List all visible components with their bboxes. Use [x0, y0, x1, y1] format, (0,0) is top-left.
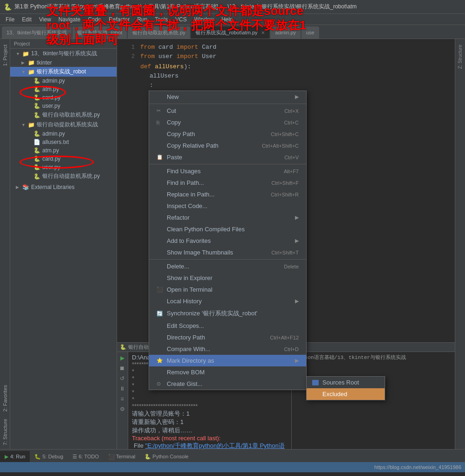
ctx-compare-with[interactable]: Compare With... Ctrl+D	[149, 343, 306, 355]
menu-window[interactable]: Window	[190, 15, 218, 24]
bottom-tab-run[interactable]: ▶ 4: Run	[0, 451, 30, 462]
ctx-remove-bom[interactable]: Remove BOM	[149, 366, 306, 378]
ctx-copy[interactable]: ⎘ Copy Ctrl+C	[149, 117, 306, 128]
tree-item-admin2[interactable]: 🐍 admin.py	[10, 130, 117, 138]
tree-label-atm1: atm.py	[42, 86, 59, 92]
ctx-find-usages[interactable]: Find Usages Alt+F7	[149, 165, 306, 177]
tree-item-card2[interactable]: 🐍 card.py	[10, 155, 117, 163]
run-close-run-button[interactable]: 🗑	[118, 448, 126, 449]
menu-code[interactable]: Code	[84, 15, 105, 24]
ctx-open-terminal[interactable]: ⬛ Open in Terminal	[149, 284, 306, 295]
run-stop-button[interactable]: ⏹	[118, 364, 126, 372]
project-panel: Project ▼ 📁 13、tkinter与银行系统实战 ▶ 📁 tkinte…	[10, 39, 117, 449]
run-scroll-button[interactable]: ≡	[118, 395, 126, 403]
ctx-synchronize[interactable]: 🔄 Synchronize '银行系统实战_robot'	[149, 307, 306, 320]
tab-atm[interactable]: 银行系统实战_robot\atm.py ✕	[191, 26, 269, 39]
tab-label: 银行自动取款机系统.py	[132, 29, 185, 36]
ctx-mark-directory[interactable]: ⭐ Mark Directory as ▶	[149, 355, 306, 366]
code-line-allusers-def: def allUsers):	[117, 62, 455, 72]
bottom-tab-debug[interactable]: 🐛 5: Debug	[30, 451, 68, 462]
tab-robot[interactable]: 银行系统实战_robot	[72, 26, 127, 39]
menu-file[interactable]: File	[2, 15, 18, 24]
tree-item-root[interactable]: ▼ 📁 13、tkinter与银行系统实战	[10, 49, 117, 59]
tab-atm-system[interactable]: 银行自动取款机系统.py	[128, 26, 190, 39]
output-line-success: 操作成功，请稍后……	[132, 426, 288, 435]
run-icon: ▶	[5, 454, 8, 460]
ctx-copy-path[interactable]: Copy Path Ctrl+Shift+C	[149, 128, 306, 140]
run-settings-button[interactable]: ⚙	[118, 405, 126, 413]
ctx-refactor[interactable]: Refactor ▶	[149, 212, 306, 223]
tree-item-external[interactable]: ▶ 📚 External Libraries	[10, 183, 117, 191]
code-line-allusers: allUsers	[117, 72, 455, 81]
menu-edit[interactable]: Edit	[18, 15, 35, 24]
ctx-inspect[interactable]: Inspect Code...	[149, 200, 306, 212]
folder-icon-robot: 📁	[28, 69, 35, 75]
tree-item-tkinter[interactable]: ▶ 📁 tkinter	[10, 59, 117, 67]
ctx-find-in-path[interactable]: Find in Path... Ctrl+Shift+F	[149, 177, 306, 189]
bottom-tab-todo-label: ☰ 6: TODO	[72, 454, 99, 460]
ctx-show-explorer[interactable]: Show in Explorer	[149, 272, 306, 284]
ctx-cut-icon: ✂	[157, 108, 164, 114]
menu-help[interactable]: Help	[218, 15, 237, 24]
ctx-paste[interactable]: 📋 Paste Ctrl+V	[149, 151, 306, 163]
ctx-create-gist[interactable]: ⊙ Create Gist...	[149, 378, 306, 390]
ctx-terminal-icon: ⬛	[157, 287, 164, 293]
ctx-cut[interactable]: ✂ Cut Ctrl+X	[149, 105, 306, 117]
tab-13-tkinter[interactable]: 13、tkinter与银行系统实战	[2, 26, 72, 39]
tree-label-user2: user.py	[42, 164, 60, 170]
output-line-pwd: 请重新输入密码：1	[132, 418, 288, 426]
tree-item-robot[interactable]: ▼ 📁 银行系统实战_robot	[10, 67, 117, 77]
tree-arrow-shijian: ▼	[21, 123, 28, 127]
status-bar: https://blog.csdn.net/weixin_41951986	[0, 462, 465, 472]
sources-root-folder-icon	[312, 380, 319, 385]
title-bar: 🐍 第1章 Python语言基础 [E:\python\千峰教育python的小…	[0, 0, 465, 14]
py-icon-atm1: 🐍	[33, 86, 40, 92]
ctx-new[interactable]: New ▶	[149, 91, 306, 103]
tree-item-admin1[interactable]: 🐍 admin.py	[10, 77, 117, 85]
tree-item-user1[interactable]: 🐍 user.py	[10, 102, 117, 110]
menu-refactor[interactable]: Refactor	[105, 15, 133, 24]
submenu-excluded[interactable]: Excluded	[307, 388, 385, 400]
output-right-path: Python语言基础/13、tkinter与银行系统实战	[295, 354, 451, 361]
menu-vcs[interactable]: VCS	[171, 15, 190, 24]
menu-navigate[interactable]: Navigate	[55, 15, 84, 24]
tree-item-banksystem2[interactable]: 🐍 银行自动提款机系统.py	[10, 171, 117, 181]
ctx-add-favorites[interactable]: Add to Favorites ▶	[149, 235, 306, 247]
tree-item-atm1[interactable]: 🐍 atm.py	[10, 85, 117, 93]
sidebar-right-item[interactable]: Z: Structure	[457, 41, 464, 72]
ctx-local-history[interactable]: Local History ▶	[149, 295, 306, 307]
run-pause-button[interactable]: ⏸	[118, 385, 126, 393]
menu-view[interactable]: View	[35, 15, 55, 24]
menu-tools[interactable]: Tools	[151, 15, 171, 24]
tree-item-card1[interactable]: 🐍 card.py	[10, 93, 117, 102]
tab-admin[interactable]: admin.py	[270, 26, 301, 39]
submenu-sources-root[interactable]: Sources Root	[307, 377, 385, 388]
ctx-clean-python[interactable]: Clean Python Compiled Files	[149, 223, 306, 235]
ctx-copy-relative-path[interactable]: Copy Relative Path Ctrl+Alt+Shift+C	[149, 140, 306, 151]
sidebar-favorites[interactable]: 2: Favorites	[1, 381, 9, 415]
ctx-edit-scopes[interactable]: Edit Scopes...	[149, 320, 306, 332]
run-play-button[interactable]: ▶	[118, 354, 126, 362]
output-line-admin: 请输入管理员账号：1	[132, 410, 288, 418]
bottom-tab-terminal[interactable]: ⬛ Terminal	[104, 451, 140, 462]
editor-tabs: 13、tkinter与银行系统实战 银行系统实战_robot 银行自动取款机系统…	[0, 25, 465, 39]
menu-run[interactable]: Run	[133, 15, 151, 24]
bottom-tab-terminal-label: ⬛ Terminal	[108, 454, 135, 460]
sidebar-structure[interactable]: 7: Structure	[1, 415, 9, 449]
tree-item-user2[interactable]: 🐍 user.py	[10, 163, 117, 171]
tab-use[interactable]: use	[301, 26, 319, 39]
ctx-delete[interactable]: Delete... Delete	[149, 261, 306, 272]
sidebar-project[interactable]: 1: Project	[1, 41, 9, 70]
tree-item-banksystem1[interactable]: 🐍 银行自动取款机系统.py	[10, 110, 117, 120]
bottom-tab-todo[interactable]: ☰ 6: TODO	[68, 451, 104, 462]
ctx-replace-in-path[interactable]: Replace in Path... Ctrl+Shift+R	[149, 189, 306, 200]
tree-item-atm2[interactable]: 🐍 atm.py	[10, 146, 117, 155]
ctx-directory-path[interactable]: Directory Path Ctrl+Alt+F12	[149, 332, 306, 343]
tree-arrow-root: ▼	[16, 52, 22, 56]
tab-close-icon[interactable]: ✕	[261, 30, 265, 35]
tree-item-shijian[interactable]: ▼ 📁 银行自动提款机系统实战	[10, 120, 117, 130]
ctx-show-image-thumbnails[interactable]: Show Image Thumbnails Ctrl+Shift+T	[149, 247, 306, 258]
tree-item-allusers[interactable]: 📄 allusers.txt	[10, 138, 117, 146]
bottom-tab-python-console[interactable]: 🐍 Python Console	[140, 451, 193, 462]
run-rerun-button[interactable]: ↺	[118, 374, 126, 383]
